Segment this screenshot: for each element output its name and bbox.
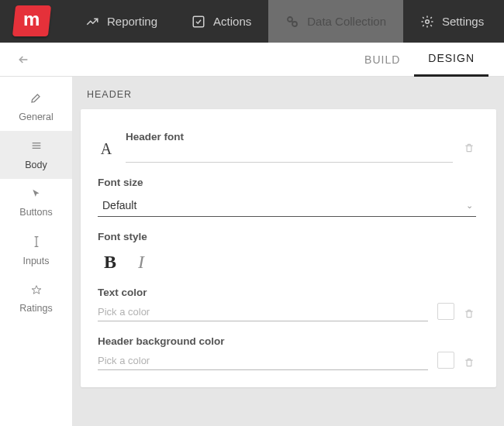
brush-icon (30, 91, 43, 107)
trash-icon (464, 142, 475, 154)
arrow-left-icon (17, 53, 29, 66)
sidebar-item-inputs[interactable]: Inputs (0, 227, 72, 275)
chevron-down-icon: ⌄ (466, 201, 473, 211)
sidebar-item-buttons[interactable]: Buttons (0, 179, 72, 227)
cursor-icon (31, 188, 42, 202)
star-icon (31, 284, 42, 298)
bg-color-label: Header background color (98, 335, 428, 347)
nav-data-collection[interactable]: Data Collection (268, 0, 403, 43)
field-header-font: A Header font (98, 131, 476, 163)
nav-settings[interactable]: Settings (403, 0, 501, 43)
font-sample-icon: A (98, 140, 115, 158)
text-cursor-icon (32, 235, 41, 251)
text-color-label: Text color (98, 287, 428, 298)
nav-actions[interactable]: Actions (174, 0, 268, 43)
font-size-label: Font size (98, 177, 476, 188)
nav-label: Settings (442, 15, 484, 28)
sidebar-item-label: Inputs (22, 256, 49, 266)
tab-build[interactable]: BUILD (350, 43, 414, 77)
font-size-select[interactable]: Default ⌄ (98, 194, 476, 217)
main-layout: General Body Buttons Inputs Ratings (0, 77, 504, 426)
clear-text-color-button[interactable] (464, 307, 476, 321)
clear-bg-color-button[interactable] (464, 356, 476, 370)
sidebar-item-label: Body (25, 160, 47, 170)
sidebar-item-ratings[interactable]: Ratings (0, 275, 72, 323)
header-font-input[interactable] (126, 149, 453, 163)
svg-marker-8 (32, 286, 41, 294)
sidebar-item-label: Buttons (19, 207, 52, 218)
checkbox-icon (192, 15, 205, 29)
bg-color-swatch[interactable] (437, 352, 454, 369)
sidebar-item-label: Ratings (19, 303, 52, 314)
left-sidebar: General Body Buttons Inputs Ratings (0, 77, 73, 426)
field-font-style: Font style B I (98, 231, 476, 273)
tab-design[interactable]: DESIGN (414, 43, 488, 77)
sidebar-item-label: General (19, 112, 53, 122)
sidebar-item-body[interactable]: Body (0, 131, 72, 179)
content-area: HEADER A Header font Font size Default ⌄ (73, 77, 504, 426)
tab-label: DESIGN (428, 52, 475, 64)
tab-label: BUILD (364, 53, 400, 66)
font-style-label: Font style (98, 231, 476, 242)
app-logo-letter: m (23, 9, 40, 30)
italic-toggle[interactable]: I (138, 252, 144, 273)
app-logo[interactable]: m (12, 5, 51, 36)
trash-icon (464, 356, 475, 369)
field-bg-color: Header background color Pick a color (98, 335, 476, 370)
svg-point-2 (292, 22, 297, 26)
nav-label: Reporting (107, 15, 157, 28)
text-color-swatch[interactable] (437, 303, 454, 320)
nav-label: Data Collection (307, 15, 386, 28)
gear-icon (420, 15, 434, 29)
back-button[interactable] (12, 49, 34, 70)
header-settings-card: A Header font Font size Default ⌄ (81, 109, 496, 387)
svg-point-1 (288, 17, 292, 22)
text-color-input[interactable]: Pick a color (98, 304, 428, 321)
bg-color-input[interactable]: Pick a color (98, 353, 428, 370)
section-title: HEADER (81, 77, 496, 109)
field-font-size: Font size Default ⌄ (98, 177, 476, 217)
top-nav: m Reporting Actions Data Collection Sett… (0, 0, 504, 43)
header-font-label: Header font (126, 131, 453, 143)
link-icon (285, 15, 299, 29)
field-text-color: Text color Pick a color (98, 287, 476, 321)
svg-rect-0 (193, 16, 204, 27)
chart-line-icon (85, 15, 99, 29)
nav-reporting[interactable]: Reporting (68, 0, 174, 43)
trash-icon (464, 307, 475, 320)
lines-icon (30, 139, 43, 155)
bold-toggle[interactable]: B (104, 252, 116, 273)
sub-bar: BUILD DESIGN (0, 43, 504, 77)
sidebar-item-general[interactable]: General (0, 83, 72, 131)
font-size-value: Default (102, 199, 136, 211)
clear-header-font-button[interactable] (464, 142, 476, 156)
nav-label: Actions (213, 15, 251, 28)
